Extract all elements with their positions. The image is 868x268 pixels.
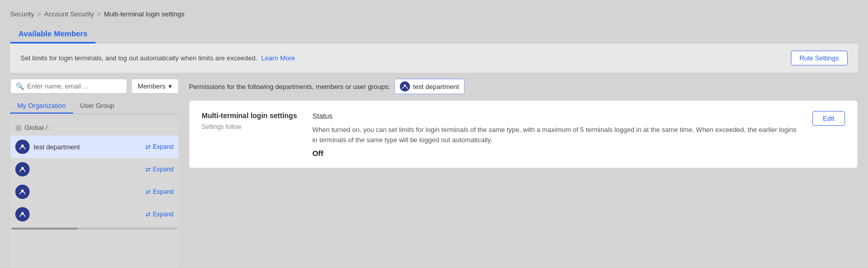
- tree-item-3-left: [15, 207, 34, 221]
- settings-description: When turned on, you can set limits for l…: [312, 125, 802, 145]
- members-dropdown-label: Members: [138, 82, 165, 90]
- dept-icon-0: [15, 140, 30, 154]
- edit-button[interactable]: Edit: [812, 111, 845, 126]
- breadcrumb-sep-1: >: [37, 10, 41, 18]
- breadcrumb-item-security[interactable]: Security: [10, 10, 34, 18]
- learn-more-link[interactable]: Learn More: [261, 54, 295, 62]
- search-box: 🔍: [10, 79, 127, 94]
- settings-card: Multi-terminal login settings Settings f…: [189, 100, 858, 168]
- tree-item-1[interactable]: ⇄ Expand: [10, 158, 179, 181]
- expand-btn-1[interactable]: ⇄ Expand: [146, 166, 174, 173]
- settings-value: Off: [312, 149, 802, 158]
- main-layout: 🔍 Members ▾ My Organization User Group ◎…: [10, 73, 858, 268]
- tree-item-2[interactable]: ⇄ Expand: [10, 181, 179, 203]
- search-input[interactable]: [27, 82, 122, 90]
- expand-icon-2: ⇄: [146, 188, 151, 195]
- search-icon: 🔍: [16, 82, 24, 90]
- tab-my-organization[interactable]: My Organization: [10, 99, 73, 114]
- expand-btn-3[interactable]: ⇄ Expand: [146, 211, 174, 218]
- tree-global-row: ◎ Global / :: [10, 119, 179, 136]
- global-icon: ◎: [15, 123, 21, 131]
- chevron-down-icon: ▾: [168, 82, 172, 90]
- expand-label-0: Expand: [153, 143, 174, 150]
- dept-icon-2: [15, 185, 30, 199]
- left-panel: 🔍 Members ▾ My Organization User Group ◎…: [10, 79, 179, 268]
- global-label: Global / :: [25, 124, 51, 131]
- expand-btn-0[interactable]: ⇄ Expand: [146, 143, 174, 150]
- settings-status-label: Status: [312, 111, 802, 122]
- tab-user-group[interactable]: User Group: [73, 99, 122, 114]
- breadcrumb-sep-2: >: [97, 10, 101, 18]
- svg-point-4: [404, 84, 406, 86]
- dept-name-0: test department: [34, 143, 80, 151]
- tree-item-3[interactable]: ⇄ Expand: [10, 203, 179, 226]
- expand-label-3: Expand: [153, 211, 174, 218]
- expand-icon-0: ⇄: [146, 143, 151, 150]
- settings-title: Multi-terminal login settings: [202, 111, 297, 121]
- tree-item-2-left: [15, 185, 34, 199]
- settings-left: Multi-terminal login settings Settings f…: [202, 111, 802, 158]
- search-filter-row: 🔍 Members ▾: [10, 79, 179, 94]
- right-panel: Permissions for the following department…: [179, 79, 858, 268]
- settings-title-col: Multi-terminal login settings Settings f…: [202, 111, 297, 158]
- breadcrumb: Security > Account Security > Multi-term…: [10, 10, 858, 18]
- settings-desc-col: Status When turned on, you can set limit…: [312, 111, 802, 158]
- rule-settings-button[interactable]: Rule Settings: [791, 51, 848, 65]
- tab-available-members[interactable]: Available Members: [10, 25, 95, 43]
- tree-item-1-left: [15, 162, 34, 176]
- tree-list: ◎ Global / : test department: [10, 119, 179, 268]
- breadcrumb-item-account-security[interactable]: Account Security: [44, 10, 94, 18]
- scroll-thumb[interactable]: [11, 228, 78, 230]
- dept-tag[interactable]: test department: [394, 79, 465, 94]
- scroll-indicator: [11, 228, 178, 230]
- tree-item-0-left: test department: [15, 140, 80, 154]
- dept-tag-icon: [400, 81, 410, 92]
- permissions-header: Permissions for the following department…: [189, 79, 858, 94]
- breadcrumb-item-current: Multi-terminal login settings: [104, 10, 185, 18]
- org-tabs: My Organization User Group: [10, 99, 179, 114]
- tree-item-0[interactable]: test department ⇄ Expand: [10, 136, 179, 158]
- app-container: Security > Account Security > Multi-term…: [0, 0, 868, 268]
- tabs-row: Available Members: [10, 25, 858, 43]
- dept-icon-3: [15, 207, 30, 221]
- expand-icon-3: ⇄: [146, 211, 151, 218]
- expand-icon-1: ⇄: [146, 166, 151, 173]
- expand-label-1: Expand: [153, 166, 174, 173]
- permissions-label: Permissions for the following department…: [189, 83, 390, 91]
- description-bar: Set limits for login terminals, and log …: [10, 43, 858, 73]
- expand-label-2: Expand: [153, 188, 174, 195]
- dept-icon-1: [15, 162, 30, 176]
- members-dropdown[interactable]: Members ▾: [131, 79, 179, 94]
- expand-btn-2[interactable]: ⇄ Expand: [146, 188, 174, 195]
- dept-tag-label: test department: [413, 83, 459, 91]
- description-text: Set limits for login terminals, and log …: [20, 54, 295, 62]
- settings-subtitle: Settings follow: [202, 123, 297, 130]
